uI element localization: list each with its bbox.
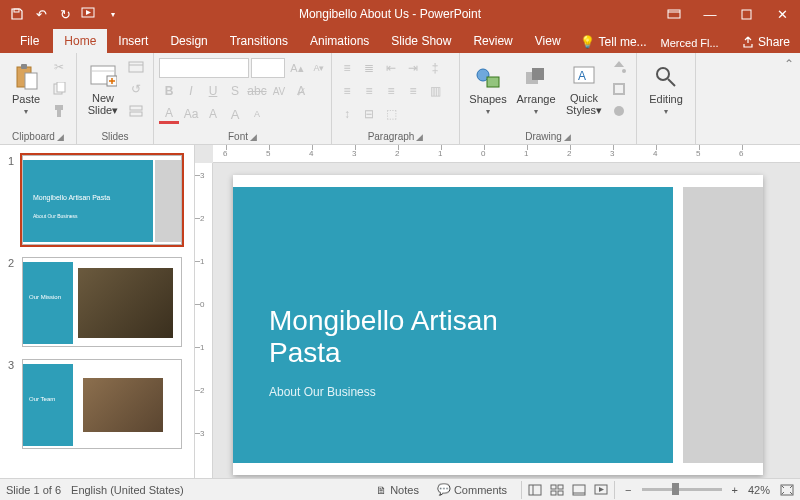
tab-home[interactable]: Home	[53, 29, 107, 53]
new-slide-button[interactable]: NewSlide▾	[82, 55, 124, 123]
clipboard-launcher-icon[interactable]: ◢	[57, 132, 64, 142]
shapes-button[interactable]: Shapes▾	[465, 55, 511, 123]
zoom-out-icon[interactable]: −	[625, 484, 631, 496]
format-painter-icon[interactable]	[49, 101, 69, 121]
vertical-ruler[interactable]: 3210123	[195, 163, 213, 478]
zoom-in-icon[interactable]: +	[732, 484, 738, 496]
tab-file[interactable]: File	[6, 29, 53, 53]
redo-icon[interactable]: ↻	[54, 3, 76, 25]
decreasefs-icon[interactable]: A	[247, 104, 267, 124]
shrink-font-icon[interactable]: A▾	[309, 58, 329, 78]
align-center-icon[interactable]: ≡	[359, 81, 379, 101]
comments-button[interactable]: 💬Comments	[433, 483, 511, 496]
grow-font-icon[interactable]: A▴	[287, 58, 307, 78]
font-launcher-icon[interactable]: ◢	[250, 132, 257, 142]
slide-title[interactable]: Mongibello ArtisanPasta	[269, 305, 498, 369]
layout-icon[interactable]	[126, 57, 146, 77]
tab-review[interactable]: Review	[462, 29, 523, 53]
fit-to-window-icon[interactable]	[780, 484, 794, 496]
cut-icon[interactable]: ✂	[49, 57, 69, 77]
strike-icon[interactable]: abc	[247, 81, 267, 101]
underline-icon[interactable]: U	[203, 81, 223, 101]
reading-view-icon[interactable]	[568, 481, 590, 499]
quick-styles-button[interactable]: A QuickStyles▾	[561, 55, 607, 123]
slide-counter[interactable]: Slide 1 of 6	[6, 484, 61, 496]
notes-button[interactable]: 🗎Notes	[372, 484, 423, 496]
paste-button[interactable]: Paste ▾	[5, 55, 47, 123]
numbering-icon[interactable]: ≣	[359, 58, 379, 78]
slideshow-view-icon[interactable]	[590, 481, 612, 499]
justify-icon[interactable]: ≡	[403, 81, 423, 101]
tab-slideshow[interactable]: Slide Show	[380, 29, 462, 53]
tell-me[interactable]: 💡Tell me...	[572, 31, 655, 53]
slide-stage[interactable]: Mongibello ArtisanPasta About Our Busine…	[213, 163, 800, 478]
quick-styles-label: QuickStyles▾	[566, 92, 602, 116]
collapse-ribbon-icon[interactable]: ⌃	[784, 57, 794, 71]
thumb-slide-2[interactable]: Our Mission	[22, 257, 182, 347]
paragraph-launcher-icon[interactable]: ◢	[416, 132, 423, 142]
increasefs-icon[interactable]: A	[225, 104, 245, 124]
line-spacing-icon[interactable]: ‡	[425, 58, 445, 78]
drawing-launcher-icon[interactable]: ◢	[564, 132, 571, 142]
normal-view-icon[interactable]	[524, 481, 546, 499]
slide-canvas[interactable]: Mongibello ArtisanPasta About Our Busine…	[233, 175, 763, 475]
tab-insert[interactable]: Insert	[107, 29, 159, 53]
share-button[interactable]: Share	[732, 31, 800, 53]
sorter-view-icon[interactable]	[546, 481, 568, 499]
clear-format-icon[interactable]: A̷	[291, 81, 311, 101]
align-right-icon[interactable]: ≡	[381, 81, 401, 101]
close-icon[interactable]: ✕	[764, 0, 800, 28]
tab-design[interactable]: Design	[159, 29, 218, 53]
zoom-handle[interactable]	[672, 483, 679, 495]
svg-rect-19	[130, 106, 142, 110]
bullets-icon[interactable]: ≡	[337, 58, 357, 78]
text-direction-icon[interactable]: ↕	[337, 104, 357, 124]
section-icon[interactable]	[126, 101, 146, 121]
minimize-icon[interactable]: —	[692, 0, 728, 28]
ribbon-display-icon[interactable]	[656, 0, 692, 28]
highlight-icon[interactable]: A	[203, 104, 223, 124]
copy-icon[interactable]	[49, 79, 69, 99]
undo-icon[interactable]: ↶	[30, 3, 52, 25]
italic-icon[interactable]: I	[181, 81, 201, 101]
shape-outline-icon[interactable]	[609, 79, 629, 99]
tab-transitions[interactable]: Transitions	[219, 29, 299, 53]
tab-animations[interactable]: Animations	[299, 29, 380, 53]
horizontal-ruler[interactable]: 6543210123456	[213, 145, 800, 163]
font-color-icon[interactable]: A	[159, 104, 179, 124]
editing-button[interactable]: Editing▾	[642, 55, 690, 123]
spacing-icon[interactable]: AV	[269, 81, 289, 101]
thumb-slide-1[interactable]: Mongibello Artisan Pasta About Our Busin…	[22, 155, 182, 245]
thumbnail-3[interactable]: 3 Our Team	[4, 353, 194, 455]
font-name-combo[interactable]	[159, 58, 249, 78]
bold-icon[interactable]: B	[159, 81, 179, 101]
qat-customize-icon[interactable]: ▾	[102, 3, 124, 25]
slide-subtitle[interactable]: About Our Business	[269, 385, 376, 399]
columns-icon[interactable]: ▥	[425, 81, 445, 101]
smartart-icon[interactable]: ⬚	[381, 104, 401, 124]
shadow-icon[interactable]: S	[225, 81, 245, 101]
shape-effects-icon[interactable]	[609, 101, 629, 121]
zoom-slider[interactable]	[642, 488, 722, 491]
indent-inc-icon[interactable]: ⇥	[403, 58, 423, 78]
start-slideshow-icon[interactable]	[78, 3, 100, 25]
account-name[interactable]: Merced Fl...	[655, 33, 725, 53]
align-text-icon[interactable]: ⊟	[359, 104, 379, 124]
arrange-button[interactable]: Arrange▾	[511, 55, 561, 123]
change-case-icon[interactable]: Aa	[181, 104, 201, 124]
thumb-slide-3[interactable]: Our Team	[22, 359, 182, 449]
indent-dec-icon[interactable]: ⇤	[381, 58, 401, 78]
shape-fill-icon[interactable]	[609, 57, 629, 77]
maximize-icon[interactable]	[728, 0, 764, 28]
language-status[interactable]: English (United States)	[71, 484, 184, 496]
slide-thumbnails-panel[interactable]: 1 Mongibello Artisan Pasta About Our Bus…	[0, 145, 195, 478]
align-left-icon[interactable]: ≡	[337, 81, 357, 101]
zoom-level[interactable]: 42%	[748, 484, 770, 496]
font-size-combo[interactable]	[251, 58, 285, 78]
comments-icon: 💬	[437, 483, 451, 496]
tab-view[interactable]: View	[524, 29, 572, 53]
reset-icon[interactable]: ↺	[126, 79, 146, 99]
thumbnail-2[interactable]: 2 Our Mission	[4, 251, 194, 353]
thumbnail-1[interactable]: 1 Mongibello Artisan Pasta About Our Bus…	[4, 149, 194, 251]
save-icon[interactable]	[6, 3, 28, 25]
